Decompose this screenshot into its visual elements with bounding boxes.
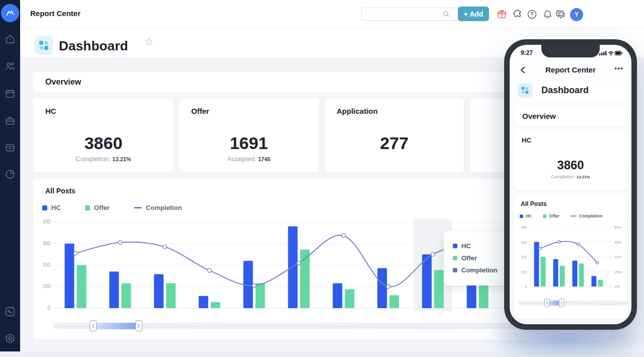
phone-nav-bar: Report Center ••• xyxy=(510,64,631,76)
chart-legend: HC Offer Completion xyxy=(42,204,206,211)
legend-item-offer[interactable]: Offer xyxy=(543,213,559,219)
phone-chart-legend: HC Offer Completion xyxy=(520,213,624,219)
card-subtext: Completion: 13.21% xyxy=(33,155,174,163)
card-value: 277 xyxy=(325,133,464,153)
settings-icon[interactable] xyxy=(5,333,16,344)
legend-item-offer[interactable]: Offer xyxy=(85,204,110,211)
svg-text:100: 100 xyxy=(521,270,527,274)
svg-text:300: 300 xyxy=(43,241,50,246)
card-value: 1691 xyxy=(179,133,318,153)
svg-text:400: 400 xyxy=(521,226,527,229)
legend-item-completion[interactable]: Completion xyxy=(134,204,182,211)
hc-card[interactable]: HC 3860 Completion: 13.21% xyxy=(33,98,174,173)
favorite-star-icon[interactable] xyxy=(144,37,153,46)
phone-all-posts-card[interactable]: All Posts HC Offer Completion 00%10015%2… xyxy=(514,195,627,319)
team-icon[interactable] xyxy=(5,61,16,72)
phone-hc-card[interactable]: HC 3860 Completion: 13.21% xyxy=(514,130,627,190)
report-center-app: Report Center + Add Y Dashboard Overview… xyxy=(0,0,644,357)
phone-more-icon[interactable]: ••• xyxy=(614,64,623,73)
header-title: Report Center xyxy=(30,9,80,18)
legend-item-completion[interactable]: Completion xyxy=(571,213,603,219)
svg-text:15%: 15% xyxy=(614,270,621,274)
phone-zoom-slider[interactable]: ∥ ∥ xyxy=(519,301,628,306)
phone-dashboard-row: Dashboard xyxy=(518,81,625,99)
svg-text:0%: 0% xyxy=(614,285,619,289)
card-title: HC xyxy=(522,136,531,144)
card-title: HC xyxy=(45,107,56,115)
phone-dashboard-icon xyxy=(518,83,532,98)
svg-text:300: 300 xyxy=(521,241,527,244)
phone-overview-heading: Overview xyxy=(514,106,627,126)
help-icon[interactable] xyxy=(527,9,537,20)
card-subtext: Accepted: 1745 xyxy=(179,155,318,163)
feedback-icon[interactable] xyxy=(555,9,566,20)
pie-chart-icon[interactable] xyxy=(5,169,16,180)
phone-screen: 9:27 Report Center ••• Dashboard Overvie… xyxy=(510,45,631,324)
zoom-handle-right[interactable]: ∥ xyxy=(558,299,564,307)
zoom-handle-left[interactable]: ∥ xyxy=(90,320,97,331)
avatar[interactable]: Y xyxy=(570,8,583,21)
phone-status-time: 9:27 xyxy=(521,49,533,56)
svg-text:0: 0 xyxy=(47,305,50,311)
add-button[interactable]: + Add xyxy=(458,7,489,21)
app-logo[interactable] xyxy=(1,4,19,22)
page-title: Dashboard xyxy=(59,38,128,54)
card-subtext: Completion: 13.21% xyxy=(514,174,627,179)
phone-mockup: 9:27 Report Center ••• Dashboard Overvie… xyxy=(504,39,637,330)
gift-icon[interactable] xyxy=(497,9,507,20)
puzzle-icon[interactable] xyxy=(512,9,522,20)
dashboard-icon xyxy=(34,36,53,55)
phone-status-icons xyxy=(599,50,623,56)
archive-icon[interactable] xyxy=(5,142,16,153)
legend-swatch xyxy=(85,205,90,210)
svg-text:200: 200 xyxy=(521,255,527,259)
svg-text:45%: 45% xyxy=(614,241,621,244)
legend-item-hc[interactable]: HC xyxy=(520,213,532,219)
application-card[interactable]: Application 277 xyxy=(325,98,464,173)
legend-swatch xyxy=(42,205,47,210)
svg-text:0: 0 xyxy=(525,285,527,289)
chart-title: All Posts xyxy=(45,187,75,195)
home-icon[interactable] xyxy=(5,34,16,45)
legend-swatch xyxy=(134,207,142,208)
calendar-icon[interactable] xyxy=(5,88,16,99)
phone-all-posts-chart[interactable]: 00%10015%20030%30045%40060% xyxy=(516,222,630,297)
phone-page-title: Dashboard xyxy=(536,82,625,99)
phone-nav-title: Report Center xyxy=(510,65,631,74)
legend-item-hc[interactable]: HC xyxy=(42,204,61,211)
svg-text:30%: 30% xyxy=(614,255,621,259)
phone-notch xyxy=(541,45,600,57)
activity-icon[interactable] xyxy=(5,306,16,317)
card-title: Offer xyxy=(191,107,209,115)
bell-icon[interactable] xyxy=(542,9,553,20)
zoom-handle-right[interactable]: ∥ xyxy=(135,320,142,331)
svg-text:60%: 60% xyxy=(614,226,621,229)
chart-title: All Posts xyxy=(521,200,546,207)
card-title: Application xyxy=(337,107,378,115)
card-value: 3860 xyxy=(514,158,627,172)
briefcase-icon[interactable] xyxy=(5,115,16,126)
svg-text:100: 100 xyxy=(43,283,50,289)
svg-text:400: 400 xyxy=(43,219,50,225)
search-icon xyxy=(443,11,450,18)
card-value: 3860 xyxy=(33,133,174,153)
svg-text:200: 200 xyxy=(43,262,50,268)
sidebar xyxy=(0,0,20,351)
zoom-handle-left[interactable]: ∥ xyxy=(544,299,550,307)
offer-card[interactable]: Offer 1691 Accepted: 1745 xyxy=(179,98,318,173)
topbar: Report Center + Add Y xyxy=(20,0,644,29)
